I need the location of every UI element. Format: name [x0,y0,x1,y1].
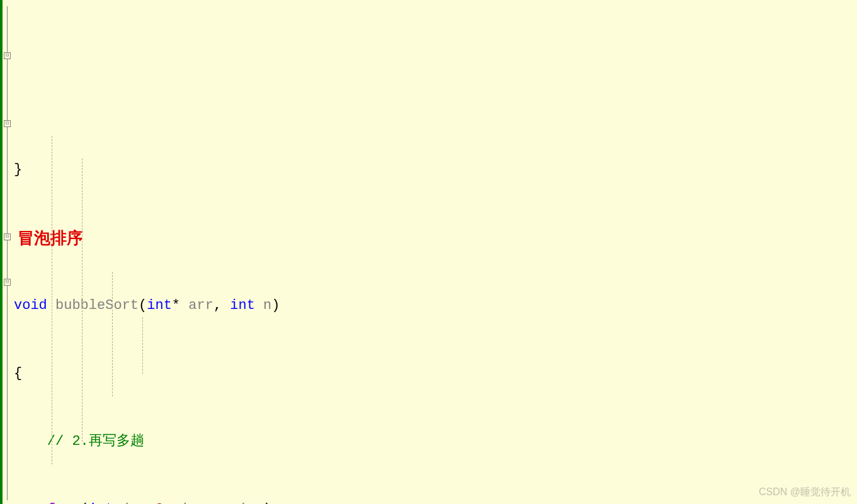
fold-toggle-icon[interactable]: ⊟ [4,120,11,127]
fold-toggle-icon[interactable]: ⊟ [4,52,11,59]
code-content[interactable]: } 冒泡排序 void bubbleSort(int* arr, int n) … [14,0,857,504]
indent-guide [142,317,143,374]
fold-guide-line [7,6,8,500]
indent-guide [112,272,113,396]
code-editor: ⊟ ⊟ ⊟ ⊟ } 冒泡排序 void bubbleSort(int* arr,… [0,0,857,504]
indent-guide [52,136,52,464]
fold-toggle-icon[interactable]: ⊟ [4,279,11,286]
code-line: { [14,362,857,385]
section-heading: 冒泡排序 [14,227,857,249]
code-line: for (int j = 0; j < n; j++) [14,498,857,504]
indent-guide [82,159,82,442]
code-line: } [14,159,857,181]
fold-gutter: ⊟ ⊟ ⊟ ⊟ [3,0,14,504]
watermark-text: CSDN @睡觉待开机 [759,486,851,499]
code-line: // 2.再写多趟 [14,430,857,453]
fold-toggle-icon[interactable]: ⊟ [4,233,11,240]
code-line: void bubbleSort(int* arr, int n) [14,294,857,317]
